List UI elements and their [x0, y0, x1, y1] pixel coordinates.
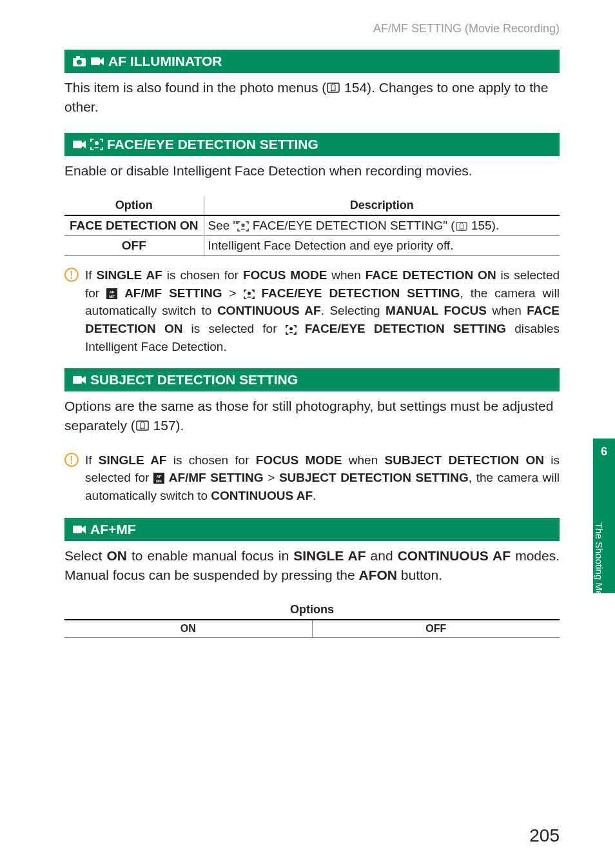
movie-icon	[72, 139, 86, 150]
svg-rect-8	[456, 222, 467, 230]
note-text: If SINGLE AF is chosen for FOCUS MODE wh…	[85, 451, 560, 505]
caution-icon: !	[64, 268, 79, 282]
option-on: ON	[64, 620, 312, 638]
svg-rect-1	[76, 56, 80, 59]
chapter-tab: 6 The Shooting Menus	[593, 439, 615, 593]
breadcrumb: AF/MF SETTING (Movie Recording)	[64, 22, 560, 35]
section-title: SUBJECT DETECTION SETTING	[90, 372, 298, 388]
svg-rect-14	[73, 376, 82, 384]
face-eye-intro: Enable or disable Intelligent Face Detec…	[64, 161, 560, 181]
page-ref-icon	[326, 82, 340, 94]
face-detect-icon	[286, 325, 297, 335]
svg-rect-19	[73, 526, 82, 533]
svg-rect-4	[327, 83, 339, 92]
option-label: OFF	[64, 236, 204, 256]
page-ref-icon	[455, 221, 468, 232]
option-label: FACE DETECTION ON	[64, 215, 204, 236]
section-header-af-illuminator: AF ILLUMINATOR	[64, 50, 560, 73]
col-description: Description	[204, 196, 560, 215]
note-text: If SINGLE AF is chosen for FOCUS MODE wh…	[85, 266, 560, 355]
caution-note-face-eye: ! If SINGLE AF is chosen for FOCUS MODE …	[64, 266, 560, 355]
svg-rect-5	[73, 141, 82, 148]
svg-point-12	[248, 291, 251, 295]
svg-text:MF: MF	[109, 295, 115, 299]
face-detect-icon	[237, 221, 249, 232]
svg-text:MF: MF	[156, 479, 162, 483]
movie-icon	[72, 524, 86, 535]
option-desc: See " FACE/EYE DETECTION SETTING" ( 155)…	[204, 215, 560, 236]
afmf-body: Select ON to enable manual focus in SING…	[64, 546, 560, 586]
svg-point-13	[289, 327, 293, 330]
svg-text:AF: AF	[110, 290, 115, 294]
subject-body: Options are the same as those for still …	[64, 397, 560, 436]
chapter-number: 6	[593, 445, 615, 459]
afmf-menu-icon: AFMF	[153, 473, 164, 484]
chapter-label: The Shooting Menus	[594, 522, 605, 611]
svg-point-2	[77, 60, 82, 65]
option-off: OFF	[312, 620, 560, 638]
afmf-menu-icon: AFMF	[106, 288, 117, 299]
camera-icon	[72, 55, 86, 67]
page-number: 205	[529, 825, 560, 846]
section-header-face-eye: FACE/EYE DETECTION SETTING	[64, 133, 560, 156]
svg-point-6	[95, 141, 99, 145]
section-title: AF+MF	[90, 522, 136, 537]
section-header-afmf: AF+MF	[64, 518, 560, 541]
svg-point-7	[242, 224, 245, 227]
section-header-subject: SUBJECT DETECTION SETTING	[64, 368, 560, 391]
option-desc: Intelligent Face Detection and eye prior…	[204, 236, 560, 256]
caution-note-subject: ! If SINGLE AF is chosen for FOCUS MODE …	[64, 451, 560, 505]
table-row: OFF Intelligent Face Detection and eye p…	[64, 236, 560, 256]
face-detect-icon	[244, 290, 255, 299]
section-title: FACE/EYE DETECTION SETTING	[107, 137, 318, 152]
caution-icon: !	[64, 453, 79, 467]
options-header: Options	[64, 600, 560, 620]
face-eye-options-table: Option Description FACE DETECTION ON See…	[64, 196, 560, 256]
svg-rect-15	[137, 421, 148, 430]
af-illuminator-body: This item is also found in the photo men…	[64, 78, 560, 117]
face-detect-icon	[90, 139, 103, 150]
svg-text:AF: AF	[157, 475, 162, 478]
svg-rect-3	[91, 57, 100, 65]
afmf-options-table: Options ON OFF	[64, 600, 560, 638]
col-option: Option	[64, 196, 204, 215]
movie-icon	[90, 55, 104, 67]
table-row: FACE DETECTION ON See " FACE/EYE DETECTI…	[64, 215, 560, 236]
page-ref-icon	[135, 420, 150, 431]
section-title: AF ILLUMINATOR	[108, 54, 222, 69]
movie-icon	[72, 374, 86, 386]
